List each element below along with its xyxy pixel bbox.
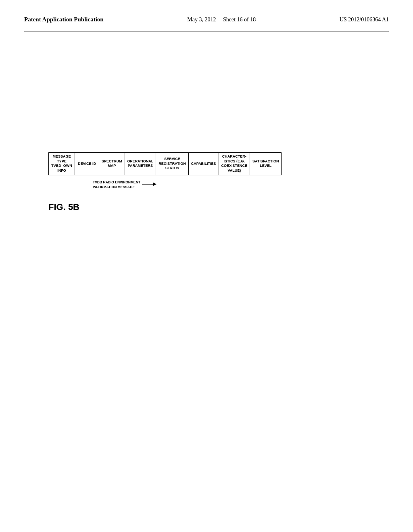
figure-label: FIG. 5B bbox=[48, 202, 79, 212]
arrow-label-line2: INFORMATION MESSAGE bbox=[93, 185, 135, 189]
arrow-area: TVDB RADIO ENVIRONMENT INFORMATION MESSA… bbox=[93, 180, 156, 190]
main-content: MESSAGETYPETVBD_OWNINFO DEVICE ID SPECTR… bbox=[0, 31, 413, 220]
col-device-id: DEVICE ID bbox=[75, 153, 99, 175]
header-date-sheet: May 3, 2012 Sheet 16 of 18 bbox=[187, 17, 256, 23]
diagram-area: MESSAGETYPETVBD_OWNINFO DEVICE ID SPECTR… bbox=[24, 152, 389, 212]
patent-number: US 2012/0106364 A1 bbox=[340, 17, 389, 23]
arrow-label-line1: TVDB RADIO ENVIRONMENT bbox=[93, 180, 140, 184]
page-container: Patent Application Publication May 3, 20… bbox=[0, 0, 413, 532]
header-sheet: Sheet 16 of 18 bbox=[223, 17, 256, 23]
col-capabilities: CAPABILITIES bbox=[188, 153, 219, 175]
col-message-type: MESSAGETYPETVBD_OWNINFO bbox=[49, 153, 75, 175]
message-table: MESSAGETYPETVBD_OWNINFO DEVICE ID SPECTR… bbox=[48, 152, 282, 175]
col-operational-parameters: OPERATIONALPARAMETERS bbox=[125, 153, 156, 175]
svg-marker-1 bbox=[153, 183, 156, 186]
arrow-label: TVDB RADIO ENVIRONMENT INFORMATION MESSA… bbox=[93, 180, 140, 190]
col-service-registration-status: SERVICEREGISTRATIONSTATUS bbox=[156, 153, 188, 175]
col-satisfaction-level: SATISFACTIONLEVEL bbox=[250, 153, 282, 175]
header-date: May 3, 2012 bbox=[187, 17, 216, 23]
col-characteristics: CHARACTER-ISTICS (E.G.COEXISTENCEVALUE) bbox=[219, 153, 250, 175]
page-header: Patent Application Publication May 3, 20… bbox=[0, 0, 413, 31]
arrow-icon bbox=[142, 181, 156, 189]
col-spectrum-map: SPECTRUMMAP bbox=[99, 153, 125, 175]
publication-title: Patent Application Publication bbox=[24, 16, 104, 23]
